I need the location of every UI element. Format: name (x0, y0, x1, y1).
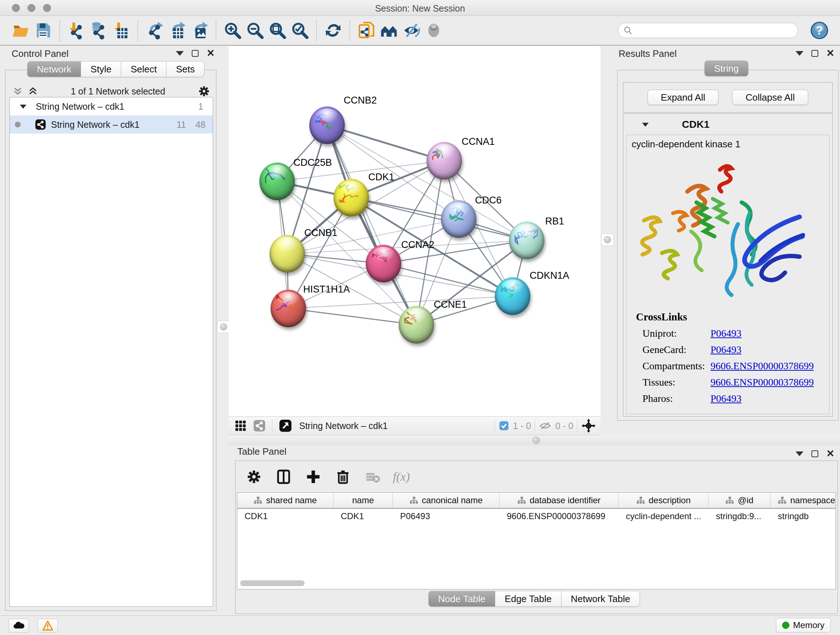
expand-all-icon[interactable] (27, 86, 38, 97)
crosslink-link[interactable]: 9606.ENSP00000378699 (711, 377, 813, 388)
export-network-button[interactable] (143, 19, 166, 42)
collapse-all-icon[interactable] (12, 86, 23, 97)
tab-network[interactable]: Network (27, 61, 81, 77)
horizontal-splitter-handle[interactable] (532, 437, 540, 444)
string-home-button[interactable] (378, 19, 400, 42)
network-node-cdc6[interactable] (441, 200, 477, 238)
collapse-panel-icon[interactable] (796, 51, 804, 56)
float-panel-icon[interactable] (812, 50, 818, 57)
table-cell: cyclin-dependent ... (619, 511, 709, 521)
tab-node-table[interactable]: Node Table (428, 591, 495, 607)
protein-structure-image (630, 159, 832, 304)
cloud-status-button[interactable] (9, 619, 29, 632)
import-table-button[interactable] (110, 19, 133, 42)
collapse-panel-icon[interactable] (796, 451, 804, 456)
network-node-rb1[interactable] (509, 222, 545, 259)
import-database-button[interactable] (88, 19, 110, 42)
table-type-tabs: Node TableEdge TableNetwork Table (428, 591, 640, 607)
close-panel-icon[interactable]: ✕ (826, 450, 835, 457)
network-node-hist1h1a[interactable] (271, 290, 306, 327)
expand-all-button[interactable]: Expand All (647, 90, 718, 105)
toolbar-separator (216, 20, 216, 41)
table-row[interactable]: CDK1CDK1P064939606.ENSP00000378699cyclin… (237, 509, 835, 524)
network-tree-row[interactable]: String Network – cdk11148 (10, 116, 213, 134)
collapse-all-button[interactable]: Collapse All (732, 90, 808, 105)
network-node-cdc25b[interactable] (259, 163, 295, 200)
tab-edge-table[interactable]: Edge Table (495, 591, 561, 607)
float-panel-icon[interactable] (192, 50, 199, 57)
network-node-ccnb1[interactable] (270, 235, 305, 272)
show-columns-icon[interactable] (274, 467, 293, 486)
close-panel-icon[interactable]: ✕ (826, 50, 835, 57)
export-image-button[interactable] (188, 19, 210, 42)
search-box[interactable] (618, 23, 798, 38)
float-panel-icon[interactable] (812, 450, 818, 457)
collapse-panel-icon[interactable] (176, 51, 184, 56)
network-tree-row[interactable]: String Network – cdk11 (10, 97, 213, 116)
horizontal-splitter[interactable] (229, 435, 840, 445)
table-settings-gear-icon[interactable] (245, 467, 264, 486)
hierarchy-icon (778, 496, 786, 504)
zoom-selected-button[interactable] (289, 19, 311, 42)
column-header-shared-name[interactable]: shared name (237, 493, 333, 508)
close-panel-icon[interactable]: ✕ (207, 50, 215, 57)
tab-style[interactable]: Style (81, 61, 121, 77)
help-button[interactable]: ? (808, 19, 831, 42)
table-horizontal-scrollbar[interactable] (240, 580, 305, 586)
warning-icon (42, 621, 53, 631)
node-table[interactable]: shared namenamecanonical namedatabase id… (237, 492, 836, 589)
clone-network-button[interactable] (355, 19, 378, 42)
column-header-namespace[interactable]: namespace (771, 493, 836, 508)
save-session-button[interactable] (32, 19, 54, 42)
column-header-name[interactable]: name (333, 493, 393, 508)
pan-move-icon[interactable] (581, 418, 596, 433)
export-view-icon[interactable] (278, 418, 293, 433)
column-header-database-identifier[interactable]: database identifier (500, 493, 619, 508)
crosslink-row: Compartments:9606.ENSP00000378699 (643, 360, 813, 372)
warnings-button[interactable] (38, 619, 58, 632)
tab-select[interactable]: Select (121, 61, 166, 77)
zoom-fit-button[interactable] (266, 19, 289, 42)
crosslink-link[interactable]: P06493 (711, 393, 742, 404)
protein-card-header[interactable]: CDK1 (642, 119, 832, 130)
network-node-cdkn1a[interactable] (495, 277, 531, 315)
network-node-ccna2[interactable] (366, 245, 401, 282)
network-node-ccnb2[interactable] (309, 106, 345, 144)
left-splitter-handle[interactable] (218, 321, 230, 333)
import-network-button[interactable] (65, 19, 88, 42)
column-header-description[interactable]: description (619, 493, 709, 508)
network-node-ccne1[interactable] (399, 306, 434, 344)
crosslink-link[interactable]: P06493 (711, 328, 742, 339)
crosslink-link[interactable]: P06493 (711, 344, 742, 356)
open-session-button[interactable] (9, 19, 32, 42)
hide-selected-button[interactable] (400, 19, 423, 42)
zoom-in-button[interactable] (221, 19, 244, 42)
network-node-cdk1[interactable] (333, 179, 369, 217)
add-column-icon[interactable] (304, 467, 323, 486)
disclosure-triangle-icon[interactable] (642, 123, 649, 127)
selected-nodes-checkbox-icon[interactable] (499, 420, 509, 431)
tree-expander-icon[interactable] (20, 105, 27, 109)
control-panel-window-controls: ✕ (176, 50, 215, 57)
show-all-button[interactable] (423, 19, 445, 42)
tab-network-table[interactable]: Network Table (561, 591, 640, 607)
network-node-ccna1[interactable] (426, 142, 462, 180)
network-options-gear-icon[interactable] (197, 85, 210, 98)
zoom-out-button[interactable] (244, 19, 266, 42)
search-input[interactable] (633, 25, 793, 35)
tab-string[interactable]: String (704, 60, 748, 76)
column-label: name (352, 495, 374, 505)
refresh-button[interactable] (322, 19, 344, 42)
tab-sets[interactable]: Sets (166, 61, 204, 77)
crosslink-link[interactable]: 9606.ENSP00000378699 (711, 360, 813, 372)
birds-eye-view-icon[interactable] (234, 419, 248, 432)
network-view-canvas[interactable]: CCNB2CCNA1CDC25BCDK1CDC6RB1CCNB1CCNA2CDK… (229, 46, 600, 416)
export-table-button[interactable] (166, 19, 188, 42)
delete-column-trash-icon[interactable] (333, 467, 352, 486)
column-header-canonical-name[interactable]: canonical name (393, 493, 500, 508)
right-splitter-handle[interactable] (601, 233, 614, 246)
network-overview-icon[interactable] (253, 419, 266, 432)
memory-button[interactable]: Memory (776, 618, 831, 632)
node-gloss (501, 279, 524, 294)
column-header--id[interactable]: @id (709, 493, 771, 508)
